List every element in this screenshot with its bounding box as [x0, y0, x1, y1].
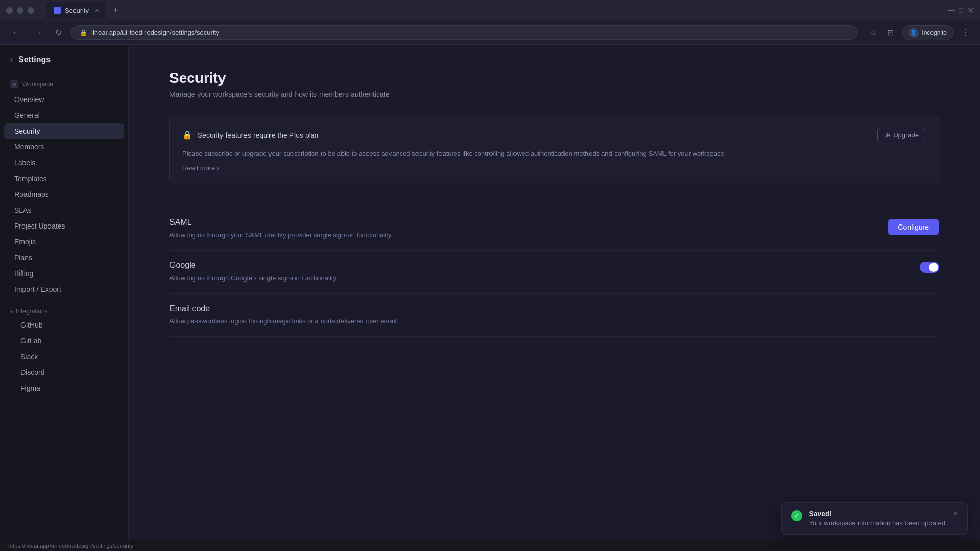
google-title: Google — [169, 261, 908, 270]
active-tab[interactable]: Security × — [46, 2, 106, 19]
sidebar-item-labels[interactable]: Labels — [4, 155, 124, 170]
email-code-title: Email code — [169, 304, 939, 313]
tab-title: Security — [65, 7, 89, 14]
minimize-icon[interactable]: ─ — [948, 5, 955, 16]
sidebar-item-import-export[interactable]: Import / Export — [4, 282, 124, 297]
banner-lock-icon: 🔒 — [182, 130, 192, 140]
settings-title: Settings — [18, 55, 51, 64]
toast-success-icon: ✓ — [791, 510, 802, 521]
email-code-info: Email code Allow passwordless logins thr… — [169, 304, 939, 327]
tab-favicon — [54, 7, 61, 14]
window-close-button[interactable] — [6, 7, 13, 14]
browser-chrome: Security × + ─ □ ✕ ← → ↻ 🔒 linear.app/ui… — [0, 0, 980, 45]
window-maximize-button[interactable] — [28, 7, 34, 14]
sidebar-item-figma[interactable]: Figma — [4, 381, 124, 396]
sidebar-item-members[interactable]: Members — [4, 139, 124, 155]
sidebar-item-templates[interactable]: Templates — [4, 171, 124, 186]
upgrade-circle-icon: ⊕ — [885, 132, 890, 139]
sidebar-item-roadmaps[interactable]: Roadmaps — [4, 187, 124, 202]
incognito-avatar: 👤 — [909, 28, 919, 38]
google-description: Allow logins through Google's single sig… — [169, 273, 908, 283]
restore-icon[interactable]: □ — [959, 6, 963, 14]
lock-secure-icon: 🔒 — [80, 29, 87, 36]
toast-content: Saved! Your workspace information has be… — [808, 510, 947, 527]
sidebar-item-slas[interactable]: SLAs — [4, 203, 124, 218]
upgrade-button[interactable]: ⊕ Upgrade — [877, 128, 926, 142]
sidebar: ‹ Settings ⊞ Workspace Overview General … — [0, 45, 129, 540]
window-minimize-button[interactable] — [17, 7, 23, 14]
sidebar-item-overview[interactable]: Overview — [4, 92, 124, 107]
read-more-arrow-icon: › — [217, 164, 219, 172]
google-setting-row: Google Allow logins through Google's sin… — [169, 251, 939, 294]
workspace-section-label: ⊞ Workspace — [0, 74, 128, 91]
saml-description: Allow logins through your SAML identity … — [169, 230, 875, 240]
email-code-setting-row: Email code Allow passwordless logins thr… — [169, 294, 939, 337]
google-info: Google Allow logins through Google's sin… — [169, 261, 908, 283]
google-toggle[interactable] — [920, 262, 939, 273]
incognito-label: Incognito — [922, 29, 947, 36]
sidebar-item-discord[interactable]: Discord — [4, 365, 124, 380]
incognito-badge[interactable]: 👤 Incognito — [902, 25, 953, 40]
more-options-button[interactable]: ⋮ — [960, 26, 972, 39]
navigation-bar: ← → ↻ 🔒 linear.app/ui-feed-redesign/sett… — [0, 20, 980, 45]
sidebar-item-project-updates[interactable]: Project Updates — [4, 218, 124, 234]
address-bar[interactable]: 🔒 linear.app/ui-feed-redesign/settings/s… — [71, 25, 857, 40]
workspace-icon: ⊞ — [10, 80, 18, 88]
sidebar-item-slack[interactable]: Slack — [4, 349, 124, 364]
settings-back-button[interactable]: ‹ — [10, 55, 13, 65]
sidebar-header: ‹ Settings — [0, 45, 128, 74]
email-code-description: Allow passwordless logins through magic … — [169, 316, 939, 327]
tab-close-button[interactable]: × — [95, 6, 99, 14]
new-tab-button[interactable]: + — [108, 3, 122, 17]
window-controls — [6, 7, 34, 14]
banner-header: 🔒 Security features require the Plus pla… — [182, 128, 926, 142]
read-more-link[interactable]: Read more › — [182, 164, 219, 172]
nav-actions: ☆ ⊡ 👤 Incognito ⋮ — [868, 25, 972, 40]
saml-setting-row: SAML Allow logins through your SAML iden… — [169, 208, 939, 251]
statusbar-url: https://linear.app/ui-feed-redesign/sett… — [8, 543, 133, 549]
forward-navigation-button[interactable]: → — [30, 26, 46, 39]
app-body: ‹ Settings ⊞ Workspace Overview General … — [0, 45, 980, 540]
sidebar-item-security[interactable]: Security — [4, 123, 124, 139]
statusbar: https://linear.app/ui-feed-redesign/sett… — [0, 540, 980, 551]
sidebar-item-gitlab[interactable]: GitLab — [4, 333, 124, 348]
page-subtitle: Manage your workspace's security and how… — [169, 90, 939, 98]
upgrade-label: Upgrade — [893, 131, 919, 139]
sidebar-item-billing[interactable]: Billing — [4, 266, 124, 281]
sidebar-item-general[interactable]: General — [4, 108, 124, 123]
integrations-section: ▾ Integrations GitHub GitLab Slack Disco… — [0, 302, 128, 396]
main-content: Security Manage your workspace's securit… — [129, 45, 980, 540]
sidebar-item-emojis[interactable]: Emojis — [4, 234, 124, 249]
title-bar: Security × + ─ □ ✕ — [0, 0, 980, 20]
workspace-section: ⊞ Workspace Overview General Security Me… — [0, 74, 128, 297]
saml-info: SAML Allow logins through your SAML iden… — [169, 218, 875, 240]
refresh-button[interactable]: ↻ — [51, 26, 66, 39]
upgrade-banner: 🔒 Security features require the Plus pla… — [169, 117, 939, 183]
sidebar-item-github[interactable]: GitHub — [4, 317, 124, 333]
close-icon[interactable]: ✕ — [967, 6, 974, 15]
toast-message: Your workspace information has been upda… — [808, 519, 947, 527]
toast-notification: ✓ Saved! Your workspace information has … — [781, 502, 968, 535]
sidebar-toggle-button[interactable]: ⊡ — [885, 26, 896, 39]
integrations-section-label[interactable]: ▾ Integrations — [0, 302, 128, 317]
banner-title: Security features require the Plus plan — [198, 131, 318, 139]
sidebar-item-plans[interactable]: Plans — [4, 250, 124, 265]
page-title: Security — [169, 70, 939, 86]
bookmark-button[interactable]: ☆ — [868, 26, 879, 39]
tabs-bar: Security × + ─ □ ✕ — [38, 2, 974, 19]
saml-configure-button[interactable]: Configure — [888, 219, 939, 235]
integrations-chevron-icon: ▾ — [10, 309, 13, 314]
banner-title-row: 🔒 Security features require the Plus pla… — [182, 130, 318, 140]
back-navigation-button[interactable]: ← — [8, 26, 24, 39]
address-text: linear.app/ui-feed-redesign/settings/sec… — [91, 29, 219, 36]
banner-body-text: Please subscribe or upgrade your subscri… — [182, 148, 926, 159]
saml-title: SAML — [169, 218, 875, 227]
toast-title: Saved! — [808, 510, 947, 518]
toast-close-button[interactable]: × — [953, 510, 958, 518]
google-toggle-container[interactable] — [920, 262, 939, 273]
toggle-knob — [929, 263, 938, 272]
